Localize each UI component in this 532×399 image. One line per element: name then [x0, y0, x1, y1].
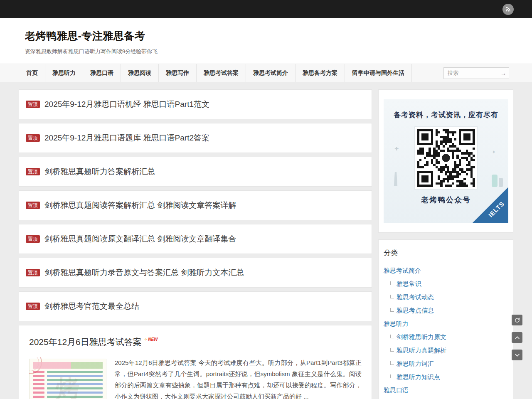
- bottles-illustration: [492, 175, 498, 187]
- post-title: 剑桥雅思真题阅读原文翻译汇总 剑雅阅读文章翻译集合: [44, 234, 236, 244]
- category-item: 雅思听力: [384, 317, 508, 330]
- category-item-child: 雅思考试动态: [390, 291, 508, 304]
- pinned-badge: 置顶: [26, 101, 40, 108]
- nav-item-listening[interactable]: 雅思听力: [45, 64, 83, 82]
- sticky-post-card[interactable]: 置顶 2025年9-12月雅思口语机经 雅思口语Part1范文: [19, 89, 372, 119]
- wechat-promo-image[interactable]: 备考资料，考试资讯，应有尽有 ✚ ✦ 老烤鸭公众号 IELTS: [384, 99, 508, 223]
- post-title: 剑桥雅思真题听力答案解析汇总: [44, 166, 155, 177]
- post-title: 2025年9-12月雅思口语机经 雅思口语Part1范文: [44, 99, 209, 110]
- category-item-child: 雅思听力真题解析: [390, 344, 508, 357]
- nav-item-intro[interactable]: 雅思考试简介: [246, 64, 296, 82]
- nav-item-writing[interactable]: 雅思写作: [159, 64, 197, 82]
- category-item-child: 雅思听力知识点: [390, 370, 508, 384]
- floating-toolbar: [512, 315, 522, 360]
- article-thumbnail[interactable]: 烤: [29, 359, 106, 399]
- nav-item-reading[interactable]: 雅思阅读: [121, 64, 159, 82]
- category-item-child: 雅思听力词汇: [390, 357, 508, 370]
- qr-code: [415, 127, 477, 189]
- promo-widget: 备考资料，考试资讯，应有尽有 ✚ ✦ 老烤鸭公众号 IELTS: [378, 89, 513, 233]
- post-title: 剑桥雅思真题听力录音原文与答案汇总 剑雅听力文本汇总: [44, 267, 244, 278]
- nav-item-answers[interactable]: 雅思考试答案: [197, 64, 246, 82]
- site-header: 老烤鸭雅思-专注雅思备考 资深雅思教师解析雅思口语听力写作阅读9分经验带你飞: [0, 18, 532, 64]
- article-card: 2025年12月6日雅思考试答案 NEW 烤: [19, 325, 372, 399]
- scroll-top-icon[interactable]: [512, 332, 522, 343]
- nav-item-speaking[interactable]: 雅思口语: [83, 64, 121, 82]
- rss-icon[interactable]: [502, 4, 514, 15]
- nav-item-abroad[interactable]: 留学申请与国外生活: [345, 64, 412, 82]
- post-title: 2025年9-12月雅思口语题库 雅思口语Part2答案: [44, 133, 209, 143]
- pinned-badge: 置顶: [26, 303, 40, 310]
- scroll-bottom-icon[interactable]: [512, 350, 522, 360]
- pinned-badge: 置顶: [26, 235, 40, 243]
- new-icon: NEW: [144, 337, 158, 342]
- sticky-post-card[interactable]: 置顶 剑桥雅思考官范文最全总结: [19, 291, 372, 321]
- category-item: 雅思考试简介: [384, 264, 508, 277]
- nav-item-plans[interactable]: 雅思备考方案: [296, 64, 345, 82]
- sticky-post-card[interactable]: 置顶 剑桥雅思真题阅读答案解析汇总 剑雅阅读文章答案详解: [19, 190, 372, 220]
- article-title[interactable]: 2025年12月6日雅思考试答案: [29, 336, 142, 348]
- lighthouse-illustration: [393, 172, 399, 186]
- sticky-post-card[interactable]: 置顶 剑桥雅思真题听力录音原文与答案汇总 剑雅听力文本汇总: [19, 258, 372, 288]
- site-title[interactable]: 老烤鸭雅思-专注雅思备考: [19, 29, 513, 43]
- categories-widget: 分类 雅思考试简介 雅思常识 雅思考试动态 雅思考点信息 雅思听力 剑桥雅思听力…: [378, 239, 513, 399]
- search-input[interactable]: [444, 70, 498, 76]
- category-item-child: 雅思考点信息: [390, 304, 508, 317]
- site-tagline: 资深雅思教师解析雅思口语听力写作阅读9分经验带你飞: [19, 48, 513, 55]
- category-item: 雅思口语: [384, 384, 508, 397]
- categories-title: 分类: [384, 248, 508, 258]
- promo-headline: 备考资料，考试资讯，应有尽有: [384, 110, 508, 120]
- refresh-icon[interactable]: [512, 315, 522, 325]
- pinned-badge: 置顶: [26, 269, 40, 276]
- content-area: 置顶 2025年9-12月雅思口语机经 雅思口语Part1范文 置顶 2025年…: [19, 89, 372, 399]
- search-submit-button[interactable]: →: [498, 68, 509, 79]
- category-item-child: 雅思常识: [390, 277, 508, 291]
- category-item-child: 剑桥雅思听力原文: [390, 330, 508, 344]
- pinned-badge: 置顶: [26, 134, 40, 142]
- sticky-post-card[interactable]: 置顶 剑桥雅思真题听力答案解析汇总: [19, 157, 372, 187]
- pinned-badge: 置顶: [26, 202, 40, 209]
- main-nav: 首页 雅思听力 雅思口语 雅思阅读 雅思写作 雅思考试答案 雅思考试简介 雅思备…: [0, 64, 532, 82]
- sticky-post-card[interactable]: 置顶 剑桥雅思真题阅读原文翻译汇总 剑雅阅读文章翻译集合: [19, 224, 372, 254]
- top-bar: [0, 0, 532, 18]
- post-title: 剑桥雅思真题阅读答案解析汇总 剑雅阅读文章答案详解: [44, 200, 236, 211]
- search-box: →: [443, 67, 509, 79]
- pinned-badge: 置顶: [26, 168, 40, 175]
- sidebar: 备考资料，考试资讯，应有尽有 ✚ ✦ 老烤鸭公众号 IELTS 分类 雅思考试简…: [378, 89, 513, 399]
- post-title: 剑桥雅思考官范文最全总结: [44, 301, 139, 312]
- sticky-post-card[interactable]: 置顶 2025年9-12月雅思口语题库 雅思口语Part2答案: [19, 123, 372, 153]
- categories-list: 雅思考试简介 雅思常识 雅思考试动态 雅思考点信息 雅思听力 剑桥雅思听力原文 …: [384, 264, 508, 397]
- nav-item-home[interactable]: 首页: [19, 64, 45, 82]
